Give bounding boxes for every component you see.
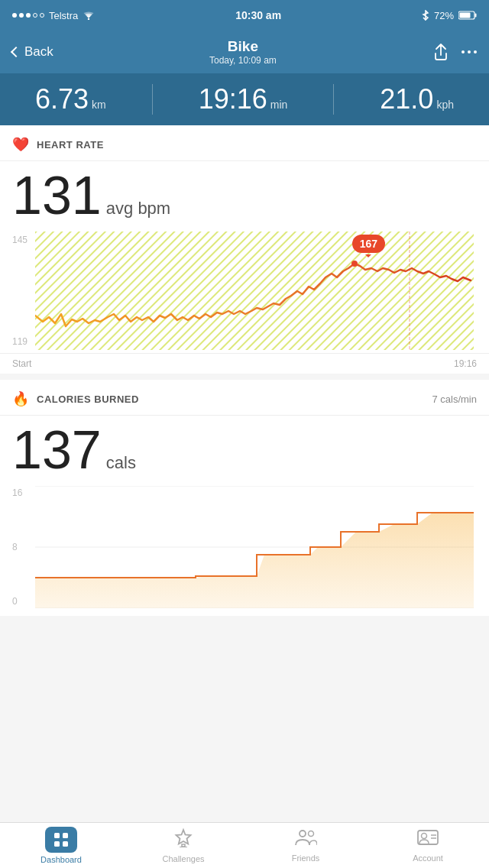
friends-people-icon (294, 828, 317, 847)
heart-rate-header: ❤️ HEART RATE (0, 125, 489, 161)
tab-dashboard[interactable]: Dashboard (0, 827, 122, 864)
svg-point-10 (351, 261, 358, 267)
svg-point-4 (461, 50, 465, 53)
svg-rect-19 (182, 844, 185, 847)
time-labels: Start 19:16 (0, 353, 489, 374)
svg-rect-2 (474, 14, 476, 18)
flame-icon: 🔥 (12, 390, 29, 407)
hr-y-label-top: 145 (12, 235, 28, 245)
svg-point-22 (309, 831, 314, 837)
calories-unit: cals (106, 453, 136, 472)
svg-point-21 (300, 831, 306, 837)
heart-rate-chart-container: 145 119 (0, 228, 489, 350)
time-start: Start (12, 358, 31, 369)
stat-divider-2 (333, 84, 334, 115)
calories-chart (35, 486, 474, 608)
calories-title: CALORIES BURNED (37, 394, 139, 405)
calories-section: 🔥 CALORIES BURNED 7 cals/min 137cals 16 … (0, 380, 489, 616)
svg-rect-15 (54, 833, 60, 838)
duration-value: 19:16 (199, 83, 267, 115)
heart-icon: ❤️ (12, 136, 29, 153)
svg-rect-8 (35, 232, 474, 350)
dashboard-icon (45, 827, 77, 853)
status-time: 10:30 am (235, 9, 281, 21)
heart-rate-section: ❤️ HEART RATE 131avg bpm 145 119 (0, 125, 489, 374)
chevron-left-icon (11, 47, 21, 57)
status-bar: Telstra 10:30 am 72% (0, 0, 489, 31)
more-button[interactable] (461, 50, 477, 54)
heart-rate-title: HEART RATE (37, 139, 104, 151)
activity-subtitle: Today, 10:09 am (209, 55, 277, 66)
nav-title: Bike Today, 10:09 am (209, 38, 277, 66)
calories-rate: 7 cals/min (432, 394, 477, 405)
svg-marker-14 (35, 513, 474, 608)
heart-rate-unit: avg bpm (106, 199, 170, 218)
svg-rect-3 (459, 13, 470, 18)
svg-point-5 (468, 50, 471, 53)
bluetooth-icon (422, 10, 429, 21)
svg-rect-18 (63, 841, 68, 847)
tab-friends[interactable]: Friends (244, 828, 367, 863)
share-button[interactable] (432, 43, 449, 61)
friends-label: Friends (292, 853, 320, 863)
svg-rect-20 (180, 847, 187, 847)
account-icon (417, 828, 439, 851)
star-icon (173, 828, 193, 847)
stats-bar: 6.73km 19:16min 21.0kph (0, 73, 489, 125)
heart-rate-value: 131avg bpm (0, 161, 489, 228)
wifi-icon (83, 11, 95, 20)
account-card-icon (417, 828, 439, 847)
distance-unit: km (92, 99, 106, 111)
cal-y-label-mid: 8 (12, 542, 22, 552)
duration-unit: min (270, 99, 288, 111)
hr-y-label-bottom: 119 (12, 336, 28, 347)
back-button[interactable]: Back (12, 44, 53, 60)
calories-chart-container: 16 8 0 (0, 483, 489, 616)
nav-actions (432, 43, 477, 61)
calories-header: 🔥 CALORIES BURNED 7 cals/min (0, 380, 489, 416)
time-end: 19:16 (454, 358, 477, 369)
battery-label: 72% (434, 10, 454, 21)
battery-icon (458, 11, 477, 20)
stat-divider-1 (152, 84, 153, 115)
cal-y-label-top: 16 (12, 487, 22, 498)
content-area[interactable]: ❤️ HEART RATE 131avg bpm 145 119 (0, 125, 489, 822)
friends-icon (294, 828, 317, 851)
svg-point-6 (474, 50, 477, 53)
challenges-label: Challenges (162, 854, 204, 863)
cal-y-label-bottom: 0 (12, 596, 22, 607)
svg-rect-16 (63, 833, 68, 838)
tab-account[interactable]: Account (367, 828, 489, 863)
tab-bar: Dashboard Challenges Friends (0, 822, 489, 868)
status-right: 72% (422, 10, 477, 21)
challenges-icon (173, 828, 193, 852)
svg-rect-17 (54, 841, 60, 847)
chart-tooltip: 167 (352, 235, 385, 253)
activity-title: Bike (209, 38, 277, 55)
back-label: Back (24, 44, 53, 60)
svg-point-24 (422, 834, 427, 839)
calories-value: 137cals (0, 416, 489, 483)
stat-duration: 19:16min (199, 86, 288, 113)
nav-bar: Back Bike Today, 10:09 am (0, 31, 489, 73)
speed-unit: kph (436, 99, 454, 111)
dashboard-grid-icon (53, 831, 70, 848)
distance-value: 6.73 (35, 83, 89, 115)
stat-distance: 6.73km (35, 86, 106, 113)
stat-speed: 21.0kph (380, 86, 454, 113)
dashboard-label: Dashboard (40, 855, 82, 864)
carrier-label: Telstra (49, 10, 78, 21)
account-label: Account (413, 853, 443, 863)
tab-challenges[interactable]: Challenges (122, 828, 244, 863)
heart-rate-chart (35, 232, 474, 350)
svg-point-0 (88, 18, 89, 20)
speed-value: 21.0 (380, 83, 433, 115)
status-left: Telstra (12, 10, 95, 21)
